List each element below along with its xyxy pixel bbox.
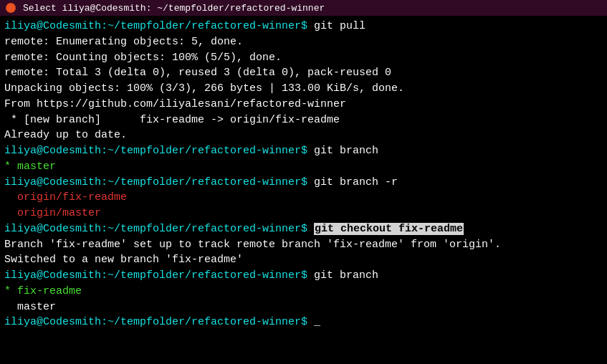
terminal-line: Switched to a new branch 'fix-readme' <box>4 252 603 268</box>
terminal-line: iliya@Codesmith:~/tempfolder/refactored-… <box>4 175 603 191</box>
title-bar: Select iliya@Codesmith: ~/tempfolder/ref… <box>0 0 607 16</box>
terminal-line: iliya@Codesmith:~/tempfolder/refactored-… <box>4 268 603 284</box>
terminal-line: Already up to date. <box>4 128 603 143</box>
terminal-line: remote: Enumerating objects: 5, done. <box>4 34 603 50</box>
terminal-line: origin/master <box>4 206 603 221</box>
ubuntu-icon <box>6 3 16 13</box>
terminal-line: iliya@Codesmith:~/tempfolder/refactored-… <box>4 221 603 237</box>
terminal-body: iliya@Codesmith:~/tempfolder/refactored-… <box>0 16 607 364</box>
terminal-line: origin/fix-readme <box>4 190 603 206</box>
terminal-line: * master <box>4 159 603 175</box>
terminal-line: remote: Total 3 (delta 0), reused 3 (del… <box>4 65 603 81</box>
terminal-line: * fix-readme <box>4 284 603 300</box>
terminal-line: * [new branch] fix-readme -> origin/fix-… <box>4 112 603 128</box>
terminal-line: Branch 'fix-readme' set up to track remo… <box>4 237 603 253</box>
terminal-line: iliya@Codesmith:~/tempfolder/refactored-… <box>4 19 603 34</box>
title-label: Select iliya@Codesmith: ~/tempfolder/ref… <box>23 3 325 14</box>
terminal-line: From https://github.com/iliyalesani/refa… <box>4 97 603 112</box>
terminal-line: iliya@Codesmith:~/tempfolder/refactored-… <box>4 315 603 330</box>
terminal-line: Unpacking objects: 100% (3/3), 266 bytes… <box>4 81 603 97</box>
terminal-line: remote: Counting objects: 100% (5/5), do… <box>4 50 603 66</box>
terminal-line: master <box>4 300 603 315</box>
terminal-line: iliya@Codesmith:~/tempfolder/refactored-… <box>4 143 603 159</box>
